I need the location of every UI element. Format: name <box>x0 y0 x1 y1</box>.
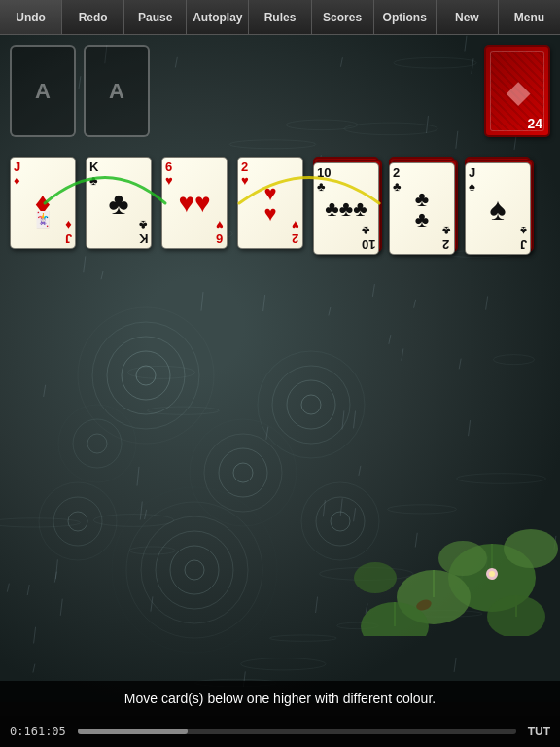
tut-label: TUT <box>528 725 550 738</box>
tableau-col-4: 2 ♥ ♥ ♥ 2 ♥ <box>237 157 307 273</box>
elapsed-time: 0:16 <box>10 725 38 738</box>
tableau-col-1: J ♦ ♦ 🃏 J ♦ <box>10 157 80 273</box>
undo-button[interactable]: Undo <box>0 0 62 34</box>
game-area: A A ◆ 24 J ♦ ♦ 🃏 J <box>0 35 560 702</box>
toolbar: Undo Redo Pause Autoplay Rules Scores Op… <box>0 0 560 35</box>
card-kc[interactable]: K ♣ ♣ K ♣ <box>86 157 152 249</box>
foundations: A A <box>10 45 150 137</box>
menu-button[interactable]: Menu <box>499 0 560 34</box>
pause-button[interactable]: Pause <box>124 0 187 34</box>
hint-bar: Move card(s) below one higher with diffe… <box>0 681 560 716</box>
card-2c[interactable]: 2 ♣ ♣ ♣ 2 ♣ <box>389 162 455 255</box>
foundation-slot-2[interactable]: A <box>84 45 150 137</box>
card-2h[interactable]: 2 ♥ ♥ ♥ 2 ♥ <box>237 157 303 249</box>
tableau-col-7: J ♠ ♠ J ♠ <box>465 157 535 273</box>
tableau-col-5: 10 ♣ ♣♣♣ 10 ♣ <box>313 157 383 273</box>
status-bar: 0:16 1:05 TUT <box>0 716 560 747</box>
scores-button[interactable]: Scores <box>312 0 374 34</box>
rules-button[interactable]: Rules <box>249 0 311 34</box>
tableau-col-6: 2 ♣ ♣ ♣ 2 ♣ <box>389 157 459 273</box>
foundation-slot-1[interactable]: A <box>10 45 76 137</box>
options-button[interactable]: Options <box>374 0 437 34</box>
tableau-col-3: 6 ♥ ♥♥ 6 ♥ <box>161 157 231 273</box>
hint-message: Move card(s) below one higher with diffe… <box>124 691 436 706</box>
progress-bar-fill <box>78 729 188 734</box>
allowed-time: 1:05 <box>38 725 66 738</box>
tableau-col-2: K ♣ ♣ K ♣ <box>86 157 156 273</box>
stock-count: 24 <box>527 116 542 131</box>
tableau: J ♦ ♦ 🃏 J ♦ K ♣ ♣ K <box>10 157 550 273</box>
autoplay-button[interactable]: Autoplay <box>187 0 249 34</box>
card-jd[interactable]: J ♦ ♦ 🃏 J ♦ <box>10 157 76 249</box>
card-10c[interactable]: 10 ♣ ♣♣♣ 10 ♣ <box>313 162 379 255</box>
card-js[interactable]: J ♠ ♠ J ♠ <box>465 162 531 255</box>
stock-pile[interactable]: ◆ 24 <box>484 45 550 137</box>
new-button[interactable]: New <box>437 0 499 34</box>
card-6h[interactable]: 6 ♥ ♥♥ 6 ♥ <box>161 157 228 249</box>
redo-button[interactable]: Redo <box>62 0 124 34</box>
progress-bar-container <box>78 729 516 734</box>
